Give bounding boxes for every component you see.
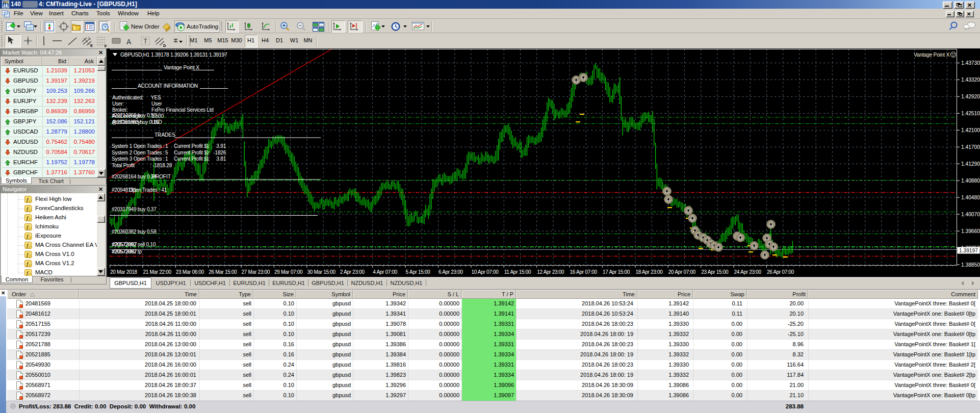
svg-text:#20573987: #20573987	[112, 249, 137, 254]
svg-text:#20212268 buy 0.50: #20212268 buy 0.50	[112, 113, 157, 118]
svg-text:User:: User:	[112, 101, 124, 107]
svg-text:PROFIT: PROFIT	[152, 174, 171, 179]
svg-text:#20268164 buy 0.24: #20268164 buy 0.24	[112, 174, 157, 179]
svg-text:@20261383 buy 0.16: @20261383 buy 0.16	[112, 119, 159, 125]
svg-text:#20317949 buy 0.37: #20317949 buy 0.37	[112, 206, 157, 212]
svg-text:ACCOUNT INFORMATION: ACCOUNT INFORMATION	[138, 83, 198, 89]
svg-text:6 Apr 23:00: 6 Apr 23:00	[439, 269, 463, 275]
svg-text:2 Apr 23:00: 2 Apr 23:00	[340, 269, 365, 275]
svg-text:: -1818.28: : -1818.28	[150, 163, 172, 168]
svg-text:5 Apr 15:00: 5 Apr 15:00	[406, 269, 431, 275]
svg-text:1.39197: 1.39197	[959, 248, 978, 253]
svg-text:1.40480: 1.40480	[961, 195, 980, 200]
svg-text:Current Profit $):: Current Profit $):	[174, 156, 210, 162]
svg-text:26 Mar 15:00: 26 Mar 15:00	[209, 269, 237, 275]
svg-text:3.81: 3.81	[216, 156, 226, 162]
svg-text:System 3 Open Trades :: System 3 Open Trades :	[112, 156, 164, 162]
svg-text:#20573987: #20573987	[112, 242, 137, 247]
svg-text:Broker:: Broker:	[112, 107, 128, 113]
svg-text:1.41290: 1.41290	[961, 161, 980, 167]
svg-text:F: F	[105, 44, 107, 48]
svg-text:Vantage Point X: Vantage Point X	[164, 65, 199, 70]
svg-text:1.42100: 1.42100	[961, 127, 980, 133]
svg-text:3.91: 3.91	[216, 143, 226, 149]
svg-text:12 Apr 23:00: 12 Apr 23:00	[537, 269, 564, 275]
svg-text:User: User	[151, 101, 162, 107]
svg-text:1: 1	[165, 156, 168, 162]
svg-text:20 Mar 2018: 20 Mar 2018	[110, 269, 138, 275]
svg-text:System 2 Open Trades :: System 2 Open Trades :	[112, 150, 164, 156]
svg-text:E: E	[90, 43, 93, 48]
svg-text:1.42510: 1.42510	[961, 111, 980, 116]
svg-text:Total Profit: Total Profit	[112, 163, 135, 168]
svg-text:1.41700: 1.41700	[961, 144, 980, 150]
svg-text:Current Profit $):: Current Profit $):	[174, 143, 210, 149]
svg-text:10 Apr 07:00: 10 Apr 07:00	[471, 269, 499, 275]
svg-text:D: D	[163, 43, 166, 48]
svg-text:#20360382 buy 0.58: #20360382 buy 0.58	[112, 229, 157, 235]
svg-text:Open Trades : 41: Open Trades : 41	[129, 187, 167, 193]
svg-text:23 Mar 06:00: 23 Mar 06:00	[176, 269, 204, 275]
svg-text:Current Profit $):: Current Profit $):	[174, 150, 210, 156]
svg-text:4 Apr 07:00: 4 Apr 07:00	[373, 269, 398, 275]
svg-text:5: 5	[165, 150, 168, 156]
svg-text:1.40880: 1.40880	[961, 178, 980, 184]
svg-text:18 Apr 23:00: 18 Apr 23:00	[635, 269, 663, 275]
svg-text:Authenticated:: Authenticated:	[112, 95, 143, 100]
svg-text:System 1 Open Trades :: System 1 Open Trades :	[112, 143, 164, 149]
svg-text:1: 1	[165, 143, 168, 149]
svg-text:-1826: -1826	[213, 150, 226, 156]
svg-text:30 Mar 15:00: 30 Mar 15:00	[307, 269, 336, 275]
svg-text:1.39660: 1.39660	[961, 228, 980, 234]
svg-text:23 Apr 15:00: 23 Apr 15:00	[701, 269, 729, 275]
svg-text:11 Apr 15:00: 11 Apr 15:00	[504, 269, 531, 275]
svg-text:21 Mar 22:00: 21 Mar 22:00	[143, 269, 171, 275]
svg-text:GBPUSD,H1 1.39178 1.39206 1.3: GBPUSD,H1 1.39178 1.39206 1.39131 1.3919…	[120, 52, 227, 58]
svg-text:A: A	[126, 38, 132, 46]
svg-text:FxPro Financial Services Ltd: FxPro Financial Services Ltd	[151, 107, 214, 113]
svg-text:16 Apr 07:00: 16 Apr 07:00	[570, 269, 598, 275]
svg-text:YES: YES	[151, 95, 161, 100]
svg-text:1.43320: 1.43320	[961, 77, 980, 83]
svg-text:1.43730: 1.43730	[961, 60, 980, 66]
svg-text:1.42920: 1.42920	[961, 94, 980, 99]
svg-text:1.40070: 1.40070	[961, 212, 980, 217]
svg-text:T: T	[144, 38, 148, 45]
svg-text:27 Mar 23:00: 27 Mar 23:00	[242, 269, 270, 275]
svg-text:29 Mar 07:00: 29 Mar 07:00	[274, 269, 303, 275]
svg-text:20 Apr 07:00: 20 Apr 07:00	[668, 269, 696, 275]
svg-text:Vantage Point X: Vantage Point X	[914, 52, 949, 58]
svg-text:TRADES: TRADES	[154, 132, 175, 138]
svg-text:26 Apr 07:00: 26 Apr 07:00	[767, 269, 794, 275]
svg-text:24 Apr 23:00: 24 Apr 23:00	[734, 269, 762, 275]
svg-text:1.38850: 1.38850	[961, 262, 980, 268]
svg-text:17 Apr 15:00: 17 Apr 15:00	[603, 269, 630, 275]
